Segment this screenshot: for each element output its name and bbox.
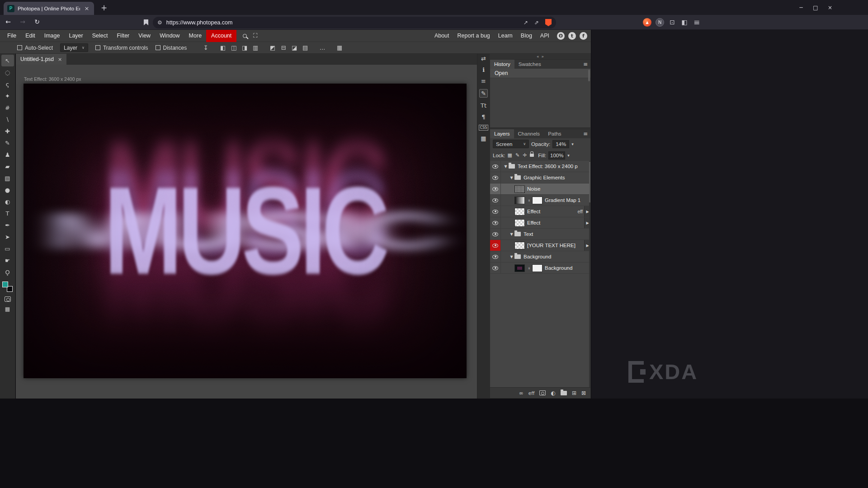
- history-scrollbar[interactable]: [588, 70, 590, 81]
- layer-effects-button[interactable]: eff: [528, 390, 535, 396]
- layer-thumbnail[interactable]: [514, 219, 525, 227]
- align-bottom-icon[interactable]: ◪: [289, 44, 300, 51]
- paragraph-panel-icon[interactable]: ¶: [480, 113, 488, 120]
- menu-layer[interactable]: Layer: [64, 30, 87, 42]
- menu-window[interactable]: Window: [155, 30, 184, 42]
- group-caret-icon[interactable]: ▼: [503, 164, 509, 169]
- blur-tool[interactable]: ●: [1, 184, 14, 196]
- more-align-options[interactable]: ...: [317, 44, 328, 51]
- pen-tool[interactable]: ✒: [1, 219, 14, 231]
- lock-transparency-icon[interactable]: ▦: [508, 152, 512, 158]
- dodge-tool[interactable]: ◐: [1, 196, 14, 207]
- add-adjustment-icon[interactable]: ◐: [551, 390, 555, 396]
- opacity-input[interactable]: 14%: [552, 140, 569, 148]
- type-tool[interactable]: T: [1, 207, 14, 219]
- layer-visibility-toggle[interactable]: [490, 263, 501, 273]
- brush-settings-panel-icon[interactable]: ✎: [479, 89, 488, 98]
- search-icon[interactable]: [243, 34, 247, 38]
- layer-row--your-text-here-[interactable]: [YOUR TEXT HERE]▶: [490, 240, 590, 251]
- crop-tool[interactable]: #: [1, 102, 14, 113]
- extensions-icon[interactable]: ⊡: [668, 19, 676, 26]
- align-left-icon[interactable]: ◧: [217, 44, 228, 51]
- path-select-tool[interactable]: ➤: [1, 231, 14, 243]
- forward-button[interactable]: →: [17, 18, 28, 25]
- lock-position-icon[interactable]: ✛: [523, 152, 527, 158]
- bookmark-icon[interactable]: [144, 19, 148, 25]
- account-button[interactable]: Account: [206, 30, 236, 42]
- back-button[interactable]: ←: [3, 18, 14, 25]
- link-report-a-bug[interactable]: Report a bug: [453, 33, 494, 39]
- layer-row-background[interactable]: ∞Background: [490, 263, 590, 274]
- screen-mode-icon[interactable]: ▦: [5, 306, 10, 312]
- quick-mask-icon[interactable]: [5, 296, 11, 302]
- align-middle-icon[interactable]: ⊟: [278, 44, 289, 51]
- group-caret-icon[interactable]: ▼: [509, 255, 514, 259]
- reddit-icon[interactable]: ʘ: [557, 32, 565, 40]
- brush-tool[interactable]: ✎: [1, 137, 14, 149]
- move-tool[interactable]: ↖: [1, 55, 14, 66]
- history-panel-menu-icon[interactable]: ≡: [580, 61, 590, 67]
- site-settings-icon[interactable]: ⚙: [157, 19, 162, 26]
- auto-select-checkbox[interactable]: Auto-Select: [17, 45, 53, 51]
- menu-filter[interactable]: Filter: [112, 30, 134, 42]
- layers-panel-menu-icon[interactable]: ≡: [580, 131, 590, 137]
- gradient-tool[interactable]: ▧: [1, 172, 14, 184]
- link-about[interactable]: About: [430, 33, 453, 39]
- checkbox-icon[interactable]: [156, 45, 160, 50]
- clone-stamp-tool[interactable]: ♟: [1, 149, 14, 160]
- tab-layers[interactable]: Layers: [490, 129, 514, 138]
- align-center-h-icon[interactable]: ◫: [228, 44, 239, 51]
- rect-select-tool[interactable]: ◌: [1, 66, 14, 78]
- layer-visibility-toggle[interactable]: [490, 229, 501, 239]
- new-tab-button[interactable]: +: [99, 3, 109, 12]
- minimize-button[interactable]: ─: [794, 5, 808, 11]
- spot-heal-tool[interactable]: ✚: [1, 125, 14, 137]
- link-learn[interactable]: Learn: [494, 33, 517, 39]
- foreground-color-swatch[interactable]: [2, 282, 8, 287]
- collapse-panels-icon[interactable]: «: [537, 54, 539, 59]
- address-bar[interactable]: ⚙ https://www.photopea.com ↗ ⇗: [153, 17, 556, 28]
- history-entry-open[interactable]: Open: [490, 69, 590, 78]
- link-layers-icon[interactable]: ∞: [519, 390, 524, 396]
- layer-thumbnail[interactable]: [514, 185, 525, 193]
- zoom-tool[interactable]: Ǫ: [1, 266, 14, 278]
- mask-link-icon[interactable]: ∞: [527, 266, 531, 270]
- fill-input[interactable]: 100%: [548, 151, 565, 160]
- eyedropper-tool[interactable]: ∖: [1, 113, 14, 125]
- character-panel-icon[interactable]: Tt: [480, 102, 488, 109]
- lock-all-icon[interactable]: [530, 154, 534, 157]
- menu-edit[interactable]: Edit: [21, 30, 40, 42]
- tab-swatches[interactable]: Swatches: [514, 60, 545, 69]
- layer-row-gradient-map-1[interactable]: ∞Gradient Map 1: [490, 195, 590, 206]
- layer-visibility-toggle[interactable]: [490, 183, 501, 194]
- layer-row-text[interactable]: ▼Text: [490, 229, 590, 240]
- layer-row-effect[interactable]: Effecteff▶: [490, 206, 590, 217]
- sidebar-toggle-icon[interactable]: ◧: [680, 19, 689, 26]
- layer-visibility-toggle[interactable]: [490, 195, 501, 206]
- tab-paths[interactable]: Paths: [544, 129, 565, 138]
- auto-select-target-dropdown[interactable]: Layer ∨: [60, 43, 88, 52]
- facebook-icon[interactable]: f: [580, 32, 587, 40]
- distribute-v-icon[interactable]: ▤: [300, 44, 311, 51]
- distances-checkbox[interactable]: Distances: [156, 45, 187, 51]
- css-panel-icon[interactable]: CSS: [479, 125, 489, 131]
- layer-visibility-toggle[interactable]: [490, 240, 501, 251]
- rewards-icon[interactable]: ▲: [643, 18, 651, 27]
- lasso-tool[interactable]: ς: [1, 78, 14, 90]
- menu-image[interactable]: Image: [40, 30, 65, 42]
- layer-thumbnail[interactable]: [514, 208, 525, 216]
- expand-panels-icon[interactable]: »: [542, 54, 544, 59]
- close-button[interactable]: ×: [823, 5, 837, 11]
- menu-view[interactable]: View: [134, 30, 155, 42]
- layer-row-effect[interactable]: Effect▶: [490, 217, 590, 229]
- layer-row-graphic-elements[interactable]: ▼Graphic Elements: [490, 172, 590, 183]
- tab-close-icon[interactable]: ×: [83, 5, 90, 12]
- fill-slider-icon[interactable]: ▾: [567, 153, 570, 158]
- align-top-icon[interactable]: ◩: [267, 44, 278, 51]
- new-layer-icon[interactable]: ⊞: [572, 390, 576, 396]
- align-right-icon[interactable]: ◨: [239, 44, 250, 51]
- twitter-icon[interactable]: t: [568, 32, 576, 40]
- menu-select[interactable]: Select: [88, 30, 113, 42]
- shape-tool[interactable]: ▭: [1, 243, 14, 254]
- canvas-zone[interactable]: Text Effect: 3600 x 2400 px MUSIC MUSIC …: [16, 65, 477, 399]
